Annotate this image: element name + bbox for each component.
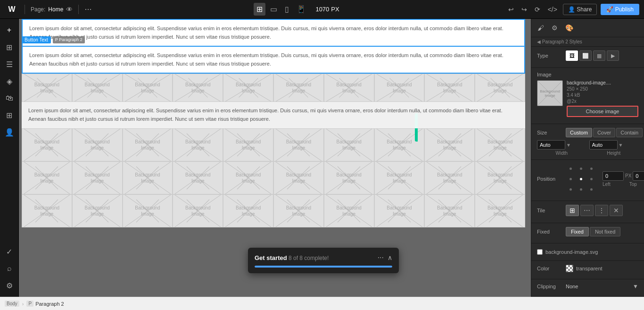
pos-midright[interactable] [586,174,596,184]
type-image-btn[interactable]: 🖼 [566,50,578,61]
bg-row-1: BackgroundImage BackgroundImage Backgrou… [22,74,525,102]
sidebar-layers[interactable]: ☰ [2,57,17,72]
type-color-btn[interactable]: ⬜ [579,50,592,61]
fixed-fixed-btn[interactable]: Fixed [566,227,589,236]
eye-icon[interactable]: 👁 [66,6,73,13]
bg-label: BackgroundImage [85,82,110,94]
choose-image-button[interactable]: Choose image [567,106,638,117]
height-input[interactable] [589,140,618,150]
publish-button[interactable]: 🚀 Publish [601,4,639,15]
toast-dots[interactable]: ··· [378,253,384,262]
selected-section[interactable]: Lorem ipsum dolor sit amet, consectetur … [22,46,525,74]
height-label: Height [589,151,639,156]
redo-button[interactable]: ↪ [520,4,529,15]
more-button[interactable]: ··· [84,4,91,14]
left-input-row: PX PX [603,171,644,181]
bg-cell: BackgroundImage [324,161,374,194]
bg-label: BackgroundImage [135,82,160,94]
bg-cell: BackgroundImage [424,194,475,227]
breadcrumb-body[interactable]: Body [5,301,19,307]
sidebar-assets[interactable]: ◈ [2,74,17,89]
pos-botcenter[interactable] [576,184,586,194]
pos-center[interactable] [576,174,586,184]
position-row: Position [537,164,638,194]
type-video-btn[interactable]: ▶ [607,50,619,61]
width-group: ▼ Width [537,140,586,156]
image-scale: @2x [567,99,638,104]
settings-icon[interactable]: ⚙ [550,23,559,33]
bg-label: BackgroundImage [437,139,462,151]
clipping-arrow-icon[interactable]: ▼ [633,283,638,290]
view-desktop[interactable]: ▭ [267,3,280,16]
size-cover-btn[interactable]: Cover [593,128,615,137]
bg-label: BackgroundImage [487,82,512,94]
view-tablet[interactable]: ▯ [282,3,292,16]
bg-cell: BackgroundImage [173,194,223,227]
text-section-3[interactable]: Lorem ipsum dolor sit amet, consectetur … [22,102,525,128]
bg-label: BackgroundImage [34,172,59,184]
bg-cell: BackgroundImage [273,161,324,194]
height-unit: ▼ [619,142,623,148]
size-custom-btn[interactable]: Custom [566,128,592,137]
tile-v-btn[interactable]: ⋮ [595,205,608,216]
tile-h-btn[interactable]: ⋯ [580,205,594,216]
size-contain-btn[interactable]: Contain [616,128,643,137]
fixed-not-btn[interactable]: Not fixed [590,227,620,236]
paintbrush-icon[interactable]: 🖌 [536,23,545,33]
view-mobile[interactable]: 📱 [294,3,309,16]
left-position-input[interactable] [603,171,624,181]
bg-cell: BackgroundImage [72,128,123,161]
share-button[interactable]: 👤 Share [563,4,597,15]
divider [25,5,25,14]
sidebar-apps[interactable]: ⊞ [2,108,17,123]
sidebar-store[interactable]: 🛍 [2,91,17,106]
tile-none-btn[interactable]: ✕ [610,205,623,216]
bg-cell: BackgroundImage [123,194,173,227]
text-section-1[interactable]: Lorem ipsum dolor sit amet, consectetur … [22,19,525,46]
tile-all-btn[interactable]: ⊞ [566,205,579,216]
width-input-row: ▼ [537,140,586,150]
bg-cell: BackgroundImage [223,194,273,227]
breadcrumb-paragraph[interactable]: P Paragraph 2 [26,301,64,307]
sidebar-add[interactable]: + [2,23,17,38]
bg-label: BackgroundImage [337,205,362,217]
width-input[interactable] [537,140,565,150]
background-image-checkbox[interactable] [537,249,543,255]
type-gradient-btn[interactable]: ▦ [593,50,605,61]
view-desktop-plus[interactable]: ⊞ [254,3,265,16]
undo-button[interactable]: ↩ [506,4,516,15]
pos-midleft[interactable] [566,174,575,184]
toast-close-button[interactable]: ∧ [388,254,392,261]
palette-icon[interactable]: 🎨 [564,23,575,33]
pos-topright[interactable] [586,164,596,173]
bg-row-2: BackgroundImage BackgroundImage Backgrou… [22,128,525,161]
image-dims: 250 × 250 [567,86,638,92]
bg-cell: BackgroundImage [374,74,425,102]
sidebar-pages[interactable]: ⊞ [2,40,17,55]
bg-cell: BackgroundImage [223,74,273,102]
bg-cell: BackgroundImage [424,74,475,102]
sidebar-check[interactable]: ✓ [2,244,17,259]
refresh-button[interactable]: ⟳ [533,4,542,15]
bg-label: BackgroundImage [337,139,362,151]
pos-botright[interactable] [586,184,596,194]
color-label: Color [537,266,563,271]
color-swatch[interactable] [566,265,573,272]
page-name: Home [48,6,63,13]
image-thumbnail[interactable]: BackgroundImage [537,80,563,106]
bg-row-3: BackgroundImage BackgroundImage Backgrou… [22,161,525,194]
left-px-unit: PX [625,173,631,178]
bg-cell: BackgroundImage [273,74,324,102]
breadcrumb-sep-1: › [22,301,24,307]
code-button[interactable]: </> [546,4,559,15]
pos-topleft[interactable] [566,164,575,173]
bg-cell: BackgroundImage [72,74,123,102]
type-buttons: 🖼 ⬜ ▦ ▶ [566,50,619,61]
pos-topcenter[interactable] [576,164,586,173]
sidebar-settings[interactable]: ⚙ [2,278,17,293]
toast-complete-text: 8 of 8 complete! [289,255,329,261]
sidebar-search[interactable]: ⌕ [2,261,17,276]
pos-botleft[interactable] [566,184,575,194]
sidebar-users[interactable]: 👤 [2,125,17,140]
top-position-input[interactable] [633,171,644,181]
